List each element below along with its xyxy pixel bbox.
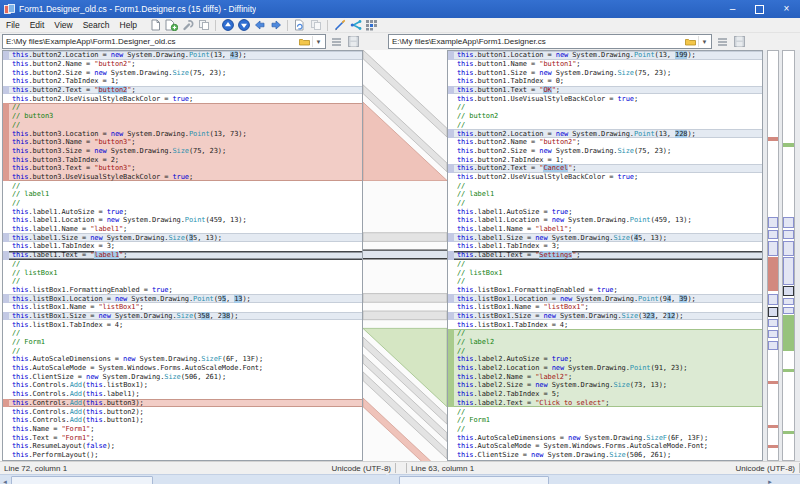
code-line[interactable]: this.Text = "Form1"; (3, 433, 362, 442)
code-line[interactable]: this.listBox1.Location = new System.Draw… (3, 294, 362, 303)
toolbar-merge-button[interactable] (348, 19, 363, 32)
code-line[interactable]: this.button1.Text = "OK"; (448, 86, 762, 95)
code-line[interactable]: // (448, 425, 762, 434)
code-line[interactable]: this.button2.TabIndex = 1; (448, 155, 762, 164)
toolbar-nav-up-button[interactable] (220, 19, 235, 32)
code-line[interactable]: this.label1.Name = "label1"; (448, 225, 762, 234)
left-overview-map[interactable] (767, 50, 779, 461)
menu-help[interactable]: Help (115, 18, 142, 32)
overview-diff-mark-chg[interactable] (783, 241, 794, 256)
code-line[interactable]: // Form1 (448, 416, 762, 425)
right-overview-map[interactable] (782, 50, 795, 461)
code-line[interactable]: // (448, 329, 762, 338)
minimize-button[interactable]: – (719, 0, 746, 18)
code-line[interactable]: this.ResumeLayout(false); (3, 442, 362, 451)
code-line[interactable]: this.button1.Size = new System.Drawing.S… (448, 68, 762, 77)
code-line[interactable]: this.Controls.Add(this.button1); (3, 416, 362, 425)
code-line[interactable]: // (3, 181, 362, 190)
code-line[interactable]: this.label2.Size = new System.Drawing.Si… (448, 381, 762, 390)
chevron-down-icon[interactable]: ▼ (698, 36, 710, 47)
code-line[interactable]: this.label1.Size = new System.Drawing.Si… (3, 233, 362, 242)
chevron-down-icon[interactable]: ▼ (312, 36, 324, 47)
code-line[interactable]: this.button1.Location = new System.Drawi… (448, 51, 762, 60)
overview-diff-mark-chg[interactable] (783, 230, 794, 239)
code-line[interactable]: this.label1.Size = new System.Drawing.Si… (448, 233, 762, 242)
left-hscroll-thumb[interactable] (11, 476, 153, 484)
code-line[interactable]: this.button2.UseVisualStyleBackColor = t… (448, 173, 762, 182)
toolbar-binary-compare-button[interactable] (364, 19, 379, 32)
overview-diff-mark-green[interactable] (783, 315, 794, 351)
code-line[interactable]: this.button2.Name = "button2"; (3, 60, 362, 69)
code-line[interactable]: this.button3.Size = new System.Drawing.S… (3, 147, 362, 156)
code-line[interactable]: this.label1.Location = new System.Drawin… (3, 216, 362, 225)
right-hscroll-thumb[interactable] (399, 476, 549, 484)
code-line[interactable]: this.button2.Name = "button2"; (448, 138, 762, 147)
code-line[interactable]: // (3, 121, 362, 130)
toolbar-nav-left-button[interactable] (252, 19, 267, 32)
code-line[interactable]: // (3, 103, 362, 112)
code-line[interactable]: // button3 (3, 112, 362, 121)
code-line[interactable]: // (448, 277, 762, 286)
overview-diff-mark-chg[interactable] (783, 307, 794, 314)
overview-diff-mark-cur[interactable] (768, 307, 778, 317)
scroll-right-icon[interactable]: ► (765, 475, 775, 484)
toolbar-nav-down-button[interactable] (236, 19, 251, 32)
code-line[interactable]: this.ClientSize = new System.Drawing.Siz… (3, 372, 362, 381)
code-line[interactable]: this.Controls.Add(this.listBox1); (3, 381, 362, 390)
code-line[interactable]: // label2 (448, 338, 762, 347)
code-line[interactable]: this.AutoScaleMode = System.Windows.Form… (448, 442, 762, 451)
code-line[interactable]: this.label1.AutoSize = true; (3, 207, 362, 216)
code-line[interactable]: this.listBox1.Location = new System.Draw… (448, 294, 762, 303)
code-line[interactable]: this.listBox1.Name = "listBox1"; (3, 303, 362, 312)
menu-search[interactable]: Search (78, 18, 115, 32)
toolbar-settings-wrench-button[interactable] (180, 19, 195, 32)
menu-file[interactable]: File (1, 18, 25, 32)
folder-icon[interactable] (299, 37, 310, 46)
code-line[interactable]: this.label1.TabIndex = 3; (448, 242, 762, 251)
code-line[interactable]: // (448, 346, 762, 355)
overview-diff-mark-chg[interactable] (783, 298, 794, 305)
toolbar-new-file-button[interactable] (148, 19, 163, 32)
code-line[interactable]: this.Controls.Add(this.button2); (3, 407, 362, 416)
code-line[interactable]: this.listBox1.Name = "listBox1"; (448, 303, 762, 312)
left-code-pane[interactable]: this.button2.Location = new System.Drawi… (2, 50, 363, 461)
code-line[interactable]: this.button2.TabIndex = 1; (3, 77, 362, 86)
right-file-path-input[interactable]: E:\My files\ExampleApp\Form1.Designer.cs… (388, 34, 712, 49)
overview-diff-mark-chg[interactable] (768, 319, 778, 327)
code-line[interactable]: this.button3.Location = new System.Drawi… (3, 129, 362, 138)
code-line[interactable]: this.button1.UseVisualStyleBackColor = t… (448, 94, 762, 103)
overview-diff-mark-chg[interactable] (768, 241, 778, 256)
code-line[interactable]: this.AutoScaleMode = System.Windows.Form… (3, 364, 362, 373)
overview-diff-mark-chg[interactable] (768, 294, 778, 305)
code-line[interactable]: this.button2.Size = new System.Drawing.S… (3, 68, 362, 77)
overview-diff-mark-chg[interactable] (768, 217, 778, 228)
code-line[interactable]: this.listBox1.Size = new System.Drawing.… (3, 312, 362, 321)
code-line[interactable]: this.button2.UseVisualStyleBackColor = t… (3, 94, 362, 103)
code-line[interactable]: // (448, 181, 762, 190)
overview-diff-mark-green[interactable] (783, 143, 794, 147)
code-line[interactable]: this.label1.Text = "label1"; (3, 251, 362, 260)
code-line[interactable]: this.label2.TabIndex = 5; (448, 390, 762, 399)
code-line[interactable]: this.button3.UseVisualStyleBackColor = t… (3, 173, 362, 182)
code-line[interactable]: // (3, 260, 362, 269)
code-line[interactable]: // (448, 407, 762, 416)
left-hscrollbar[interactable]: ◄ (0, 474, 386, 484)
menu-view[interactable]: View (49, 18, 77, 32)
save-left-button[interactable] (346, 35, 360, 49)
diff-options-button[interactable] (715, 35, 729, 49)
code-line[interactable]: // (448, 260, 762, 269)
code-line[interactable]: this.listBox1.TabIndex = 4; (448, 320, 762, 329)
code-line[interactable]: this.label1.AutoSize = true; (448, 207, 762, 216)
code-line[interactable]: this.label2.Name = "label2"; (448, 372, 762, 381)
code-line[interactable]: // listBox1 (3, 268, 362, 277)
save-right-button[interactable] (732, 35, 746, 49)
code-line[interactable]: this.button3.Text = "button3"; (3, 164, 362, 173)
code-line[interactable]: this.label2.AutoSize = true; (448, 355, 762, 364)
toolbar-edit-pencil-button[interactable] (332, 19, 347, 32)
code-line[interactable]: // button2 (448, 112, 762, 121)
right-code-pane[interactable]: this.button1.Location = new System.Drawi… (447, 50, 763, 461)
code-line[interactable]: this.label1.Name = "label1"; (3, 225, 362, 234)
overview-diff-mark-chg[interactable] (768, 230, 778, 239)
code-line[interactable]: this.button3.TabIndex = 2; (3, 155, 362, 164)
code-line[interactable]: this.Name = "Form1"; (3, 425, 362, 434)
